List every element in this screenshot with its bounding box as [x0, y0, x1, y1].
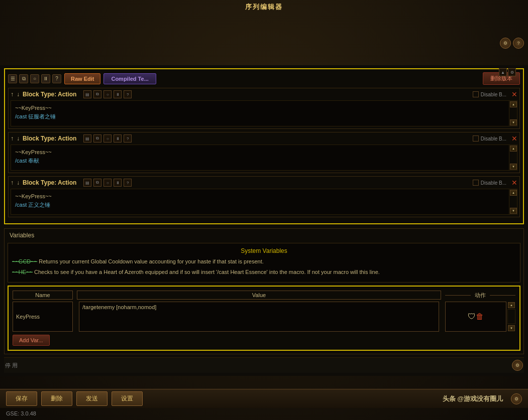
block-icon-5[interactable]: ▤	[83, 179, 91, 187]
main-content: ☰ ⧉ ○ ⏸ ? Raw Edit Compiled Te... 删除版本 ▲…	[0, 65, 528, 376]
bottom-icon[interactable]: ⚙	[511, 393, 522, 404]
delete-block-3[interactable]: ✕	[511, 179, 517, 187]
block-icon-6[interactable]: ⧉	[93, 179, 101, 187]
action-block-3: ↑ ↓ Block Type: Action ▤ ⧉ ○ ⏸ ? Disable…	[8, 176, 520, 217]
settings-icon[interactable]: ⚙	[500, 38, 511, 49]
var-name-input[interactable]	[13, 302, 73, 332]
up-btn-1[interactable]: ↑	[11, 91, 14, 98]
window-title: 序列编辑器	[245, 3, 283, 12]
var-scroll-dn[interactable]: ▼	[508, 325, 515, 331]
block-icon-1[interactable]: ▤	[83, 90, 91, 98]
status-text: 停 用	[5, 362, 18, 369]
down-btn-1[interactable]: ↓	[17, 91, 20, 98]
scroll-track-1	[509, 108, 517, 119]
disable-label-3: Disable B...	[481, 180, 506, 186]
block-text-area-3: ~~KeyPress~~ /cast 正义之锤 ▲ ▼	[11, 189, 517, 215]
block-help-2[interactable]: ?	[124, 134, 132, 143]
delete-button[interactable]: 删除	[41, 391, 72, 406]
user-variables-section: Name Value 动作 /targetenemy [noharm,nomod…	[8, 286, 520, 351]
disable-section-3: Disable B... ✕	[473, 179, 517, 187]
var-value-textarea[interactable]: /targetenemy [noharm,nomod]	[79, 302, 439, 332]
action-icons-area: 🛡 🗑 ▲ ▼	[445, 302, 515, 332]
block-icon-4[interactable]: ⧉	[93, 134, 101, 143]
action-icons-display: 🛡 🗑	[445, 302, 506, 332]
scroll-up-2[interactable]: ▲	[510, 146, 517, 152]
system-variables-container: System Variables ~~GCD~~ Returns your cu…	[8, 243, 520, 283]
pause-icon[interactable]: ⏸	[41, 74, 50, 83]
block-pause-2[interactable]: ⏸	[114, 134, 122, 143]
scroll-dn-3[interactable]: ▼	[510, 208, 517, 214]
down-btn-2[interactable]: ↓	[17, 135, 20, 142]
status-bar: 停 用 ⚙	[4, 357, 524, 373]
settings-button[interactable]: 设置	[112, 391, 143, 406]
bottom-right-icon[interactable]: ⚙	[512, 360, 523, 371]
save-button[interactable]: 保存	[6, 391, 37, 406]
disable-section-2: Disable B... ✕	[473, 134, 517, 143]
delete-block-1[interactable]: ✕	[511, 90, 517, 98]
block-pause-3[interactable]: ⏸	[114, 179, 122, 187]
compiled-button[interactable]: Compiled Te...	[103, 73, 156, 84]
add-var-button[interactable]: Add Var...	[13, 335, 50, 346]
scroll-dn-1[interactable]: ▼	[510, 119, 517, 125]
block-line1-1: ~~KeyPress~~	[15, 104, 505, 112]
block-help-3[interactable]: ?	[124, 179, 132, 187]
up-btn-2[interactable]: ↑	[11, 135, 14, 142]
scroll-up-3[interactable]: ▲	[510, 190, 517, 196]
action-header-2: ↑ ↓ Block Type: Action ▤ ⧉ ○ ⏸ ? Disable…	[11, 134, 517, 143]
block-content-3: ~~KeyPress~~ /cast 正义之锤	[11, 189, 509, 215]
toolbar-icons: ☰ ⧉ ○ ⏸ ?	[8, 74, 61, 83]
block-icon-2[interactable]: ⧉	[93, 90, 101, 98]
scroll-up-1[interactable]: ▲	[510, 101, 517, 107]
scroll-gear-icon[interactable]: ⚙	[508, 68, 516, 76]
block-line2-3: /cast 正义之锤	[15, 201, 505, 209]
block-line1-3: ~~KeyPress~~	[15, 192, 505, 201]
system-variables-title: System Variables	[12, 247, 516, 254]
disable-checkbox-2[interactable]	[473, 135, 479, 142]
scroll-up-icon[interactable]: ▲	[499, 68, 507, 76]
help-icon[interactable]: ?	[513, 38, 524, 49]
disable-checkbox-3[interactable]	[473, 180, 479, 186]
disable-section-1: Disable B... ✕	[473, 90, 517, 98]
gse-version-text: GSE: 3.0.48	[6, 410, 36, 416]
block-content-1: ~~KeyPress~~ /cast 征服者之锤	[11, 100, 509, 126]
block-scrollbar-2: ▲ ▼	[509, 145, 517, 171]
block-circle-2[interactable]: ○	[103, 134, 112, 143]
block-help-1[interactable]: ?	[124, 90, 132, 98]
scroll-track-2	[509, 152, 517, 163]
block-icon-3[interactable]: ▤	[83, 134, 91, 143]
copy-icon[interactable]: ⧉	[19, 74, 28, 83]
block-text-area-2: ~~KeyPress~~ /cast 奉献 ▲ ▼	[11, 145, 517, 171]
editor-section: ☰ ⧉ ○ ⏸ ? Raw Edit Compiled Te... 删除版本 ▲…	[4, 68, 524, 224]
block-text-area-1: ~~KeyPress~~ /cast 征服者之锤 ▲ ▼	[11, 100, 517, 126]
send-button[interactable]: 发送	[76, 391, 108, 406]
var-scroll-up[interactable]: ▲	[508, 302, 515, 308]
circle-icon[interactable]: ○	[30, 74, 39, 83]
delete-block-2[interactable]: ✕	[511, 134, 517, 143]
block-line1-2: ~~KeyPress~~	[15, 148, 505, 157]
raw-edit-button[interactable]: Raw Edit	[64, 73, 100, 84]
shield-icon: 🛡	[468, 312, 476, 321]
col-name-header: Name	[13, 291, 73, 300]
block-circle-3[interactable]: ○	[103, 179, 112, 187]
action-icons-1: ▤ ⧉ ○ ⏸ ?	[83, 90, 132, 98]
right-scroll-icons: ▲ ⚙	[499, 68, 516, 76]
question-icon[interactable]: ?	[52, 74, 61, 83]
var-gcd-desc: Returns your current Global Cooldown val…	[39, 258, 264, 264]
scroll-track-3	[509, 196, 517, 207]
down-btn-3[interactable]: ↓	[17, 179, 20, 186]
var-scroll-track	[507, 309, 515, 324]
block-circle-1[interactable]: ○	[103, 90, 112, 98]
block-pause-1[interactable]: ⏸	[114, 90, 122, 98]
action-icons-3: ▤ ⧉ ○ ⏸ ?	[83, 179, 132, 187]
disable-checkbox-1[interactable]	[473, 91, 479, 97]
block-line2-1: /cast 征服者之锤	[15, 112, 505, 121]
block-line2-2: /cast 奉献	[15, 157, 505, 165]
scroll-dn-2[interactable]: ▼	[510, 164, 517, 170]
up-btn-3[interactable]: ↑	[11, 179, 14, 186]
list-icon[interactable]: ☰	[8, 74, 17, 83]
block-scrollbar-3: ▲ ▼	[509, 189, 517, 215]
variables-section: Variables System Variables ~~GCD~~ Retur…	[4, 228, 524, 354]
var-action-area: 🛡 🗑 ▲ ▼	[445, 302, 515, 332]
action-title-2: Block Type: Action	[23, 135, 76, 142]
var-gcd: ~~GCD~~	[12, 258, 37, 264]
